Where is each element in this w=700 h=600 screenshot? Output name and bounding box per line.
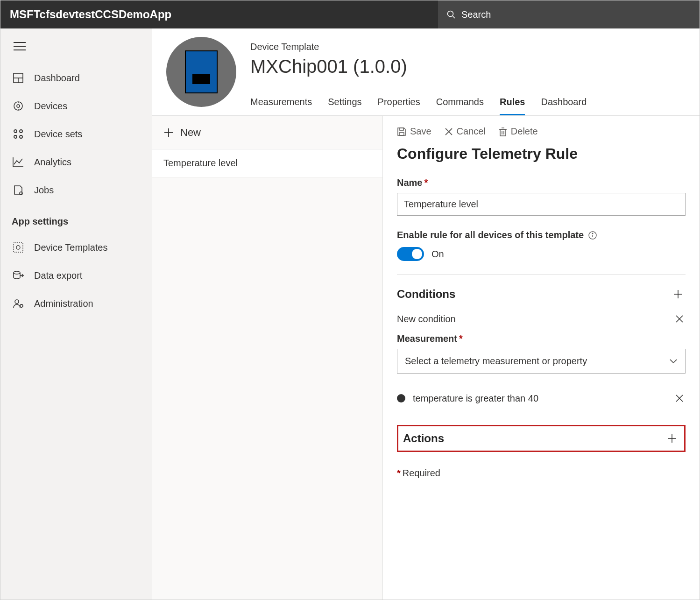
sidebar-item-data-export[interactable]: Data export: [0, 261, 152, 289]
svg-point-15: [20, 135, 22, 138]
plus-icon: [163, 127, 174, 138]
sidebar-item-device-templates[interactable]: Device Templates: [0, 233, 152, 261]
sidebar-item-label: Device Templates: [34, 242, 107, 253]
cancel-button[interactable]: Cancel: [445, 126, 486, 137]
app-title: MSFTcfsdevtestCCSDemoApp: [0, 8, 171, 21]
enable-rule-label: Enable rule for all devices of this temp…: [397, 230, 686, 240]
detail-title: Configure Telemetry Rule: [397, 145, 686, 162]
tab-measurements[interactable]: Measurements: [250, 92, 312, 115]
devices-icon: [12, 100, 25, 112]
svg-rect-27: [399, 133, 404, 135]
sidebar-item-dashboard[interactable]: Dashboard: [0, 64, 152, 92]
svg-point-19: [14, 271, 20, 274]
template-header: Device Template MXChip001 (1.0.0) Measur…: [152, 28, 700, 116]
hamburger-button[interactable]: [0, 35, 152, 64]
add-condition-button[interactable]: [671, 287, 686, 302]
svg-line-1: [453, 16, 455, 19]
template-label: Device Template: [250, 42, 691, 52]
new-condition-label: New condition: [397, 314, 456, 325]
name-label: Name*: [397, 177, 686, 188]
svg-point-9: [17, 105, 20, 107]
sidebar-item-device-sets[interactable]: Device sets: [0, 120, 152, 148]
search-box[interactable]: Search: [438, 0, 700, 28]
measurement-placeholder: Select a telemetry measurement or proper…: [405, 356, 587, 367]
measurement-label: Measurement*: [397, 333, 686, 344]
close-icon: [675, 394, 684, 402]
info-icon[interactable]: [588, 231, 597, 240]
svg-rect-28: [400, 128, 403, 130]
actions-section-header: Actions: [397, 425, 686, 452]
rule-row-label: Temperature level: [163, 158, 238, 168]
sidebar-item-label: Jobs: [34, 185, 54, 196]
tab-commands[interactable]: Commands: [436, 92, 484, 115]
divider: [397, 274, 686, 275]
rules-list-pane: New Temperature level: [152, 116, 383, 600]
svg-point-38: [592, 233, 593, 234]
enable-rule-toggle[interactable]: [397, 247, 424, 261]
search-icon: [446, 10, 456, 19]
tab-settings[interactable]: Settings: [328, 92, 361, 115]
remove-new-condition-button[interactable]: [673, 313, 686, 325]
plus-icon: [666, 433, 678, 444]
device-templates-icon: [12, 242, 25, 253]
detail-toolbar: Save Cancel Delete: [397, 126, 686, 137]
new-rule-button[interactable]: New: [152, 116, 382, 149]
status-dot-icon: [397, 394, 405, 402]
required-star: *: [459, 333, 463, 344]
data-export-icon: [12, 270, 25, 281]
svg-point-21: [15, 300, 19, 304]
tab-dashboard[interactable]: Dashboard: [541, 92, 587, 115]
sidebar: Dashboard Devices Device sets: [0, 28, 152, 600]
svg-rect-31: [500, 129, 506, 136]
sidebar-item-jobs[interactable]: Jobs: [0, 176, 152, 204]
name-input[interactable]: [397, 193, 686, 216]
sidebar-item-label: Analytics: [34, 157, 71, 168]
administration-icon: [12, 298, 25, 309]
plus-icon: [672, 289, 684, 300]
condition-row: temperature is greater than 40: [397, 392, 686, 404]
search-placeholder: Search: [461, 9, 491, 20]
remove-condition-button[interactable]: [673, 392, 686, 404]
chevron-down-icon: [669, 359, 678, 364]
sidebar-item-label: Devices: [34, 101, 67, 112]
svg-point-14: [14, 135, 17, 138]
tab-rules[interactable]: Rules: [500, 92, 525, 115]
jobs-icon: [12, 184, 25, 196]
template-title: MXChip001 (1.0.0): [250, 56, 691, 77]
sidebar-item-label: Administration: [34, 298, 93, 309]
required-note: *Required: [397, 468, 686, 479]
top-bar: MSFTcfsdevtestCCSDemoApp Search: [0, 0, 700, 28]
analytics-icon: [12, 156, 25, 168]
rule-row[interactable]: Temperature level: [152, 149, 382, 177]
sidebar-item-label: Device sets: [34, 129, 82, 140]
sidebar-item-analytics[interactable]: Analytics: [0, 148, 152, 176]
svg-point-22: [20, 304, 23, 307]
sidebar-section-app-settings: App settings: [0, 204, 152, 233]
sidebar-item-devices[interactable]: Devices: [0, 92, 152, 120]
delete-button[interactable]: Delete: [499, 126, 538, 137]
save-icon: [397, 127, 406, 136]
add-action-button[interactable]: [665, 431, 679, 446]
save-button[interactable]: Save: [397, 126, 431, 137]
delete-icon: [499, 127, 507, 136]
condition-text: temperature is greater than 40: [413, 393, 538, 404]
measurement-select[interactable]: Select a telemetry measurement or proper…: [397, 349, 686, 374]
main-content: Device Template MXChip001 (1.0.0) Measur…: [152, 28, 700, 600]
required-star: *: [424, 177, 428, 188]
svg-point-0: [448, 11, 453, 17]
actions-heading: Actions: [403, 432, 444, 445]
svg-point-13: [20, 130, 22, 133]
tab-properties[interactable]: Properties: [378, 92, 420, 115]
app-root: MSFTcfsdevtestCCSDemoApp Search: [0, 0, 700, 600]
conditions-section-header: Conditions: [397, 287, 686, 302]
close-icon: [445, 127, 453, 136]
toggle-state-label: On: [431, 249, 444, 260]
rule-detail-pane: Save Cancel Delete: [383, 116, 700, 600]
conditions-heading: Conditions: [397, 288, 455, 301]
device-chip-icon: [185, 50, 218, 93]
svg-rect-17: [14, 243, 23, 252]
sidebar-item-administration[interactable]: Administration: [0, 289, 152, 318]
close-icon: [675, 315, 684, 323]
sidebar-item-label: Dashboard: [34, 73, 80, 84]
dashboard-icon: [12, 72, 25, 84]
